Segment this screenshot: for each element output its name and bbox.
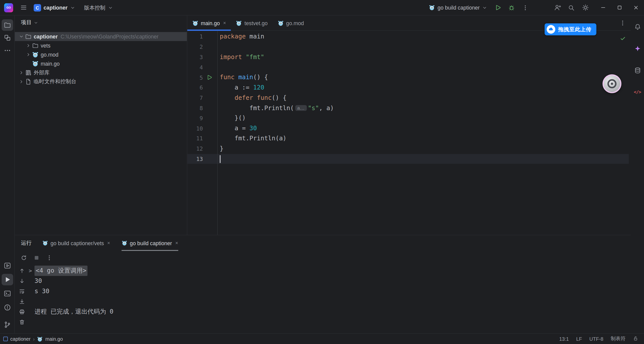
down-icon (19, 278, 25, 284)
services-tool-button[interactable] (2, 260, 13, 271)
editor-tab-go.mod[interactable]: go.mod (272, 16, 309, 30)
scroll-to-end-button[interactable] (19, 296, 25, 307)
stop-button[interactable] (33, 254, 40, 261)
tree-item-label: 临时文件和控制台 (34, 78, 76, 85)
editor-gutter[interactable]: 12345678910111213 (187, 31, 218, 235)
tab-options-button[interactable] (614, 16, 631, 30)
chevron-down-icon (34, 20, 38, 25)
close-icon[interactable]: × (107, 241, 110, 246)
gopher-icon (122, 240, 127, 246)
more-options-button[interactable] (46, 254, 53, 261)
console-fold[interactable]: <4 go 设置调用> (34, 266, 88, 276)
editor[interactable]: 12345678910111213 package mainimport "fm… (187, 31, 631, 235)
clear-console-button[interactable] (19, 317, 25, 327)
breadcrumb-file[interactable]: main.go (45, 336, 63, 342)
console-text: 进程 已完成，退出代码为 0 (34, 307, 113, 317)
terminal-icon (4, 290, 11, 297)
soft-wrap-button[interactable] (19, 286, 25, 296)
search-everywhere-button[interactable] (565, 2, 578, 14)
console-output[interactable]: ><4 go 设置调用>30s 30进程 已完成，退出代码为 0 (29, 265, 631, 333)
structure-icon (4, 34, 11, 41)
breadcrumb-project[interactable]: captioner (10, 336, 31, 342)
project-tree: captionerC:\Users\meow\GolandProjects\ca… (15, 30, 187, 235)
database-tool-button[interactable] (632, 64, 643, 76)
floating-ball[interactable] (602, 74, 621, 93)
status-caret-position[interactable]: 13:1 (559, 336, 569, 342)
line-number: 10 (187, 125, 203, 132)
upload-label: 拖拽至此上传 (558, 26, 591, 33)
rerun-button[interactable] (21, 254, 27, 261)
project-tool-button[interactable] (2, 19, 13, 31)
status-indent-style[interactable]: 制表符 (611, 335, 626, 342)
next-occurrence-button[interactable] (19, 276, 25, 286)
endpoints-tool-button[interactable]: </> (632, 86, 643, 98)
notifications-tool-button[interactable] (632, 21, 643, 32)
upload-drop-target[interactable]: 拖拽至此上传 (545, 23, 596, 35)
minimize-button[interactable] (595, 0, 611, 15)
code-line-10: a = 30 (220, 123, 631, 133)
tree-item-临时文件和控制台[interactable]: 临时文件和控制台 (15, 77, 187, 86)
tree-item-vets[interactable]: vets (15, 41, 187, 50)
code-line-4 (220, 62, 631, 72)
scratch-icon (25, 78, 32, 85)
print-button[interactable] (19, 307, 25, 317)
status-bar: captioner › main.go 13:1LFUTF-8制表符 (0, 333, 644, 344)
vcs-widget[interactable]: 版本控制 (81, 2, 116, 14)
ai-assistant-tool-button[interactable] (632, 43, 643, 54)
code-with-me-button[interactable] (551, 2, 564, 14)
run-config-widget[interactable]: go build captioner (426, 2, 490, 14)
maximize-button[interactable] (611, 0, 627, 15)
code-line-9: }() (220, 113, 631, 123)
project-panel-title[interactable]: 项目 (21, 19, 31, 26)
status-encoding[interactable]: UTF-8 (589, 336, 603, 342)
burger-icon (20, 4, 27, 11)
tree-item-path: C:\Users\meow\GolandProjects\captioner (61, 33, 158, 39)
gutter-line-7: 7 (187, 93, 217, 103)
project-widget[interactable]: C captioner (30, 2, 78, 14)
structure-tool-button[interactable] (2, 32, 13, 44)
tree-item-main.go[interactable]: main.go (15, 59, 187, 68)
more-tool-windows-button[interactable] (2, 45, 13, 56)
right-tool-strip: </> (631, 16, 644, 333)
settings-button[interactable] (579, 2, 591, 14)
problems-tool-button[interactable] (2, 302, 13, 313)
chevron-down-icon (19, 34, 24, 39)
status-line-ending[interactable]: LF (576, 336, 582, 342)
run-tab-go build captioner[interactable]: go build captioner× (122, 235, 178, 251)
version-control-tool-button[interactable] (2, 319, 13, 331)
close-button[interactable] (628, 0, 644, 15)
code-area[interactable]: package mainimport "fmt"func main() { a … (220, 31, 631, 164)
print-icon (19, 309, 25, 315)
inlay-hint[interactable]: a… (295, 105, 307, 111)
main-menu-button[interactable] (17, 2, 30, 14)
debug-button[interactable] (505, 2, 517, 14)
tree-item-captioner[interactable]: captionerC:\Users\meow\GolandProjects\ca… (15, 32, 187, 41)
close-icon (633, 5, 639, 11)
tree-item-go.mod[interactable]: go.mod (15, 50, 187, 59)
inspections-widget[interactable] (620, 35, 626, 42)
editor-tab-testvet.go[interactable]: testvet.go (231, 16, 273, 30)
editor-tab-label: testvet.go (245, 20, 268, 26)
readonly-lock-button[interactable] (633, 336, 638, 342)
code-line-13 (220, 154, 631, 164)
more-actions-button[interactable] (519, 2, 532, 14)
gutter-line-8: 8 (187, 103, 217, 113)
run-tool-title[interactable]: 运行 (21, 235, 31, 251)
run-tool-button[interactable] (2, 274, 13, 285)
editor-tab-main.go[interactable]: main.go× (187, 16, 231, 30)
terminal-tool-button[interactable] (2, 288, 13, 299)
netdisk-logo-icon (547, 25, 555, 34)
code-line-6: a := 120 (220, 82, 631, 93)
line-number: 8 (187, 105, 203, 111)
goland-window: GO C captioner 版本控制 go build captioner (0, 0, 644, 344)
run-tab-label: go build captioner/vets (51, 240, 104, 246)
run-line-marker[interactable] (206, 74, 212, 80)
chevron-down-icon (70, 5, 75, 10)
close-icon[interactable]: × (223, 21, 226, 26)
prev-occurrence-button[interactable] (19, 266, 25, 276)
tree-item-外部库[interactable]: 外部库 (15, 68, 187, 77)
close-icon[interactable]: × (175, 241, 178, 246)
run-button[interactable] (491, 2, 504, 14)
run-tab-go build captioner/vets[interactable]: go build captioner/vets× (42, 235, 110, 251)
tree-item-label: main.go (41, 61, 60, 67)
